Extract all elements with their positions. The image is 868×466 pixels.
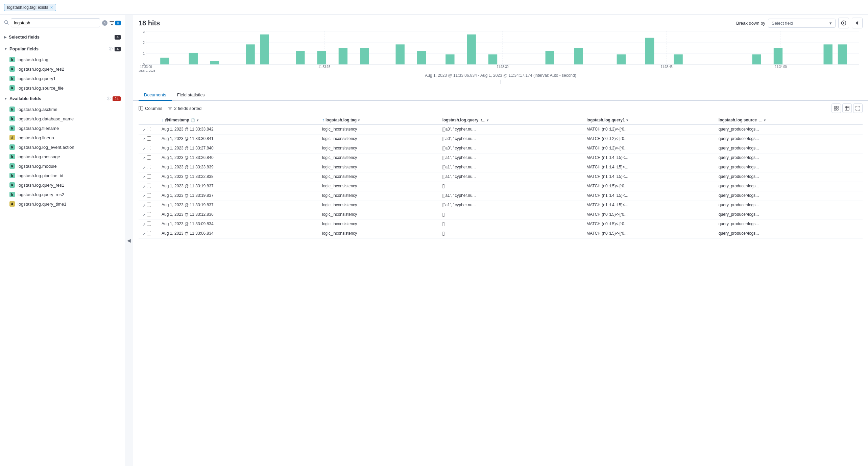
row-checkbox[interactable] — [147, 203, 151, 207]
col-header-timestamp[interactable]: ↓@timestamp🕐▾ — [159, 116, 319, 125]
available-field-item[interactable]: klogstash.log.filename — [0, 123, 125, 133]
sorted-button[interactable]: 2 fields sorted — [168, 106, 201, 111]
table-toolbar: Columns 2 fields sorted — [133, 101, 868, 116]
grid-view-button[interactable] — [831, 103, 841, 113]
break-down-bar: Break down by Select field ▾ — [736, 18, 863, 28]
col-label: logstash.log.query1 — [586, 118, 625, 122]
row-checkbox[interactable] — [147, 174, 151, 179]
row-checkbox[interactable] — [147, 184, 151, 188]
row-checkbox[interactable] — [147, 212, 151, 216]
available-field-item[interactable]: klogstash.log.asctime — [0, 104, 125, 114]
row-checkbox[interactable] — [147, 222, 151, 226]
expand-row-button[interactable]: ↗ — [141, 193, 147, 199]
popular-fields-title: Popular fields — [9, 46, 107, 51]
search-input[interactable] — [11, 18, 100, 27]
expand-row-button[interactable]: ↗ — [141, 165, 147, 170]
cell-query_res2: [['a1', ' cypher.nu... — [440, 172, 584, 182]
cell-query1: MATCH (n1 :L4 :L5)<... — [584, 172, 716, 182]
available-field-item[interactable]: klogstash.log.module — [0, 161, 125, 171]
chart-area: 321011:33:00August 1, 202311:33:1511:33:… — [133, 31, 868, 90]
tab-field-statistics[interactable]: Field statistics — [172, 90, 210, 101]
available-field-item[interactable]: klogstash.log.database_name — [0, 114, 125, 123]
selected-fields-header[interactable]: ▶ Selected fields 4 — [0, 31, 125, 43]
cell-tag: logic_inconsistency — [319, 163, 440, 172]
table-row: ↗Aug 1, 2023 @ 11:33:27.840logic_inconsi… — [139, 144, 863, 154]
cell-source_file: query_producer/logs... — [716, 201, 863, 210]
fullscreen-button[interactable] — [853, 103, 863, 113]
available-fields-title: Available fields — [9, 96, 105, 101]
row-actions: ↗ — [139, 163, 159, 172]
clear-search-button[interactable]: × — [102, 20, 107, 26]
available-field-item[interactable]: klogstash.log.log_event.action — [0, 142, 125, 152]
select-field-button[interactable]: Select field ▾ — [768, 19, 836, 28]
available-fields-section: ▼ Available fields ⓘ 24 klogstash.log.as… — [0, 93, 125, 209]
popular-field-item[interactable]: klogstash.log.query_res2 — [0, 64, 125, 74]
svg-rect-51 — [834, 109, 836, 110]
cell-tag: logic_inconsistency — [319, 182, 440, 191]
expand-row-button[interactable]: ↗ — [141, 146, 147, 152]
col-header-query1[interactable]: logstash.log.query1▾ — [584, 116, 716, 125]
popular-fields-header[interactable]: ▼ Popular fields ⓘ 4 — [0, 43, 125, 55]
available-field-item[interactable]: klogstash.log.message — [0, 152, 125, 161]
expand-row-button[interactable]: ↗ — [141, 212, 147, 218]
col-header-source_file[interactable]: logstash.log.source_...▾ — [716, 116, 863, 125]
svg-rect-20 — [210, 61, 219, 65]
col-header-tag[interactable]: ↑logstash.log.tag▾ — [319, 116, 440, 125]
settings-icon-btn[interactable] — [852, 18, 863, 28]
expand-row-button[interactable]: ↗ — [141, 127, 147, 133]
field-name-label: logstash.log.module — [18, 164, 57, 169]
table-view-button[interactable] — [842, 103, 852, 113]
table-row: ↗Aug 1, 2023 @ 11:33:30.841logic_inconsi… — [139, 135, 863, 144]
row-checkbox[interactable] — [147, 165, 151, 169]
available-field-item[interactable]: #logstash.log.lineno — [0, 133, 125, 142]
table-row: ↗Aug 1, 2023 @ 11:33:12.836logic_inconsi… — [139, 210, 863, 220]
expand-row-button[interactable]: ↗ — [141, 231, 147, 237]
filter-button[interactable]: 0 — [110, 21, 121, 25]
tab-documents[interactable]: Documents — [139, 90, 172, 101]
popular-field-item[interactable]: klogstash.log.source_file — [0, 83, 125, 93]
cell-source_file: query_producer/logs... — [716, 229, 863, 239]
svg-rect-22 — [260, 34, 269, 65]
expand-row-button[interactable]: ↗ — [141, 222, 147, 227]
drag-handle[interactable]: ⁞ — [139, 78, 863, 87]
field-type-icon: k — [9, 85, 15, 91]
table-row: ↗Aug 1, 2023 @ 11:33:26.840logic_inconsi… — [139, 154, 863, 163]
expand-row-button[interactable]: ↗ — [141, 184, 147, 189]
select-field-placeholder: Select field — [772, 21, 793, 26]
row-checkbox[interactable] — [147, 193, 151, 197]
row-checkbox[interactable] — [147, 146, 151, 150]
col-label: logstash.log.source_... — [719, 118, 763, 122]
filter-tag-close[interactable]: × — [50, 5, 53, 10]
expand-row-button[interactable]: ↗ — [141, 174, 147, 180]
expand-row-button[interactable]: ↗ — [141, 137, 147, 142]
available-field-item[interactable]: klogstash.log.pipeline_id — [0, 171, 125, 180]
available-field-item[interactable]: klogstash.log.query_res1 — [0, 180, 125, 190]
row-checkbox[interactable] — [147, 155, 151, 160]
cell-tag: logic_inconsistency — [319, 172, 440, 182]
svg-rect-27 — [396, 44, 405, 64]
expand-row-button[interactable]: ↗ — [141, 156, 147, 161]
sidebar-toggle[interactable]: ◀ — [125, 15, 133, 466]
chart-settings-icon-btn[interactable] — [838, 18, 849, 28]
available-fields-header[interactable]: ▼ Available fields ⓘ 24 — [0, 93, 125, 104]
available-field-item[interactable]: #logstash.log.query_time1 — [0, 199, 125, 209]
popular-field-item[interactable]: klogstash.log.tag — [0, 55, 125, 64]
table-row: ↗Aug 1, 2023 @ 11:33:19.837logic_inconsi… — [139, 201, 863, 210]
filter-tag[interactable]: logstash.log.tag: exists × — [4, 4, 56, 11]
svg-rect-31 — [488, 54, 497, 65]
row-checkbox[interactable] — [147, 127, 151, 131]
row-checkbox[interactable] — [147, 136, 151, 141]
main-content: 18 hits Break down by Select field ▾ — [133, 15, 868, 466]
col-header-query_res2[interactable]: logstash.log.query_r...▾ — [440, 116, 584, 125]
app: logstash.log.tag: exists × × 0 — [0, 0, 868, 466]
cell-tag: logic_inconsistency — [319, 135, 440, 144]
popular-fields-list: klogstash.log.tagklogstash.log.query_res… — [0, 55, 125, 93]
table-body: ↗Aug 1, 2023 @ 11:33:33.842logic_inconsi… — [139, 125, 863, 239]
row-checkbox[interactable] — [147, 231, 151, 235]
cell-tag: logic_inconsistency — [319, 125, 440, 135]
expand-row-button[interactable]: ↗ — [141, 203, 147, 208]
columns-button[interactable]: Columns — [139, 106, 162, 111]
cell-tag: logic_inconsistency — [319, 191, 440, 201]
popular-field-item[interactable]: klogstash.log.query1 — [0, 74, 125, 83]
available-field-item[interactable]: klogstash.log.query_res2 — [0, 190, 125, 199]
